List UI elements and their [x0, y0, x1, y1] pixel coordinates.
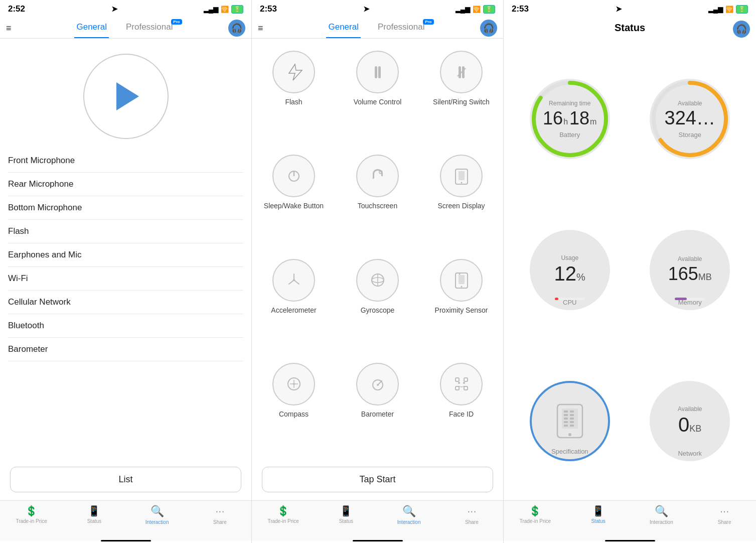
storage-widget: Available 324… Storage	[632, 46, 748, 193]
status-icons-3: ▂▄▆ 🛜 🔋	[708, 5, 748, 14]
status-label-2: Status	[339, 518, 353, 524]
list-item[interactable]: Bluetooth	[8, 314, 243, 338]
power-icon	[284, 166, 304, 186]
tradein-label-2: Trade-in Price	[267, 518, 298, 524]
signal-icon-1: ▂▄▆	[204, 6, 218, 13]
play-icon	[116, 82, 139, 110]
memory-widget: Available 165 MB Memory	[632, 197, 748, 344]
icon-cell-accel[interactable]: Accelerometer	[252, 251, 336, 355]
list-item[interactable]: Rear Microphone	[8, 173, 243, 196]
ring-icon	[451, 62, 472, 82]
icon-cell-touch[interactable]: Touchscreen	[336, 147, 419, 250]
list-item[interactable]: Wi-Fi	[8, 267, 243, 291]
svg-rect-28	[456, 378, 459, 381]
tab-share-3[interactable]: ··· Share	[693, 505, 756, 525]
tab-interaction-3[interactable]: 🔍 Interaction	[630, 505, 693, 525]
svg-point-32	[458, 382, 460, 384]
svg-rect-46	[570, 411, 574, 413]
time-1: 2:52	[8, 4, 25, 14]
tab-tradein-3[interactable]: 💲 Trade-in Price	[504, 505, 567, 524]
icon-circle-volume	[356, 51, 399, 93]
tab-share-2[interactable]: ··· Share	[440, 505, 503, 525]
play-circle[interactable]	[83, 54, 169, 139]
avatar-1[interactable]: 🎧	[228, 20, 245, 37]
menu-icon-1[interactable]: ≡	[6, 23, 21, 34]
icon-cell-faceid[interactable]: Face ID	[419, 355, 503, 459]
icon-cell-screen[interactable]: Screen Display	[419, 147, 503, 250]
avatar-3[interactable]: 🎧	[733, 21, 750, 38]
tab-general-1[interactable]: General	[74, 18, 108, 38]
tab-general-2[interactable]: General	[326, 18, 360, 38]
tab-status-3[interactable]: 📱 Status	[567, 505, 630, 524]
svg-rect-29	[464, 378, 468, 381]
menu-icon-2[interactable]: ≡	[258, 23, 273, 34]
svg-point-25	[293, 383, 295, 385]
tap-start-button[interactable]: Tap Start	[262, 467, 493, 492]
panel1-content: Front Microphone Rear Microphone Bottom …	[0, 39, 251, 500]
tab-professional-2[interactable]: Professional Pro	[376, 18, 427, 38]
location-icon-2: ➤	[363, 5, 370, 14]
tab-tradein-1[interactable]: 💲 Trade-in Price	[0, 505, 63, 524]
signal-icon-3: ▂▄▆	[708, 6, 723, 13]
cpu-bar-fill	[555, 298, 558, 300]
list-item[interactable]: Cellular Network	[8, 291, 243, 314]
svg-rect-48	[570, 418, 574, 420]
list-item[interactable]: Flash	[8, 220, 243, 243]
network-value-unit: KB	[689, 424, 701, 434]
icon-cell-ring[interactable]: Silent/Ring Switch	[419, 43, 503, 147]
icon-cell-baro[interactable]: Barometer	[336, 355, 419, 459]
avatar-2[interactable]: 🎧	[480, 20, 497, 37]
home-bar-2	[252, 540, 503, 543]
panel-interaction-grid: 2:53 ➤ ▂▄▆ 🛜 🔋 ≡ General Professional Pr…	[252, 0, 504, 543]
proximity-label: Proximity Sensor	[435, 306, 488, 315]
icon-cell-gyro[interactable]: Gyroscope	[336, 251, 419, 355]
signal-icon-2: ▂▄▆	[456, 6, 470, 13]
tab-share-1[interactable]: ··· Share	[189, 505, 251, 525]
accel-icon	[284, 270, 304, 290]
battery-h-unit: h	[563, 117, 568, 126]
icon-circle-power	[272, 155, 315, 197]
baro-label: Barometer	[361, 410, 394, 419]
tab-professional-1[interactable]: Professional Pro	[124, 18, 175, 38]
touch-icon	[368, 166, 388, 186]
svg-point-39	[568, 433, 571, 436]
icon-cell-volume[interactable]: Volume Control	[336, 43, 419, 147]
svg-point-9	[461, 182, 462, 183]
memory-value-num: 165	[668, 263, 698, 285]
svg-rect-1	[378, 66, 381, 78]
list-item[interactable]: Front Microphone	[8, 149, 243, 173]
share-label-1: Share	[213, 519, 227, 525]
time-2: 2:53	[260, 4, 277, 14]
icon-cell-flash[interactable]: Flash	[252, 43, 336, 147]
tab-status-1[interactable]: 📱 Status	[63, 505, 125, 524]
memory-circle: Available 165 MB Memory	[650, 230, 730, 310]
icon-cell-proximity[interactable]: Proximity Sensor	[419, 251, 503, 355]
accel-label: Accelerometer	[271, 306, 316, 315]
spec-device-icon	[555, 403, 585, 439]
battery-circle: Remaining time 16 h 18 m Battery	[530, 79, 610, 159]
volume-icon	[368, 62, 388, 82]
list-button[interactable]: List	[10, 467, 241, 492]
interaction-label-1: Interaction	[145, 519, 169, 525]
cpu-value-pct: %	[576, 272, 585, 283]
icon-circle-compass	[272, 363, 315, 405]
status-icons-1: ▂▄▆ 🛜 🔋	[204, 5, 243, 14]
status-label-1: Status	[87, 518, 101, 524]
interaction-icon-2: 🔍	[402, 505, 416, 518]
tab-interaction-1[interactable]: 🔍 Interaction	[126, 505, 189, 525]
cpu-value-num: 12	[554, 262, 577, 285]
share-icon-2: ···	[467, 505, 476, 518]
list-item[interactable]: Earphones and Mic	[8, 243, 243, 267]
list-item[interactable]: Barometer	[8, 338, 243, 361]
list-item[interactable]: Bottom Microphone	[8, 196, 243, 220]
tab-status-2[interactable]: 📱 Status	[315, 505, 377, 524]
svg-point-27	[377, 384, 379, 386]
tab-interaction-2[interactable]: 🔍 Interaction	[378, 505, 440, 525]
icon-cell-compass[interactable]: Compass	[252, 355, 336, 459]
power-label: Sleep/Wake Button	[264, 201, 324, 210]
baro-icon	[368, 374, 388, 394]
tab-tradein-2[interactable]: 💲 Trade-in Price	[252, 505, 315, 524]
icon-cell-power[interactable]: Sleep/Wake Button	[252, 147, 336, 250]
battery-value-h: 16	[543, 108, 563, 129]
home-indicator-1	[101, 540, 151, 541]
